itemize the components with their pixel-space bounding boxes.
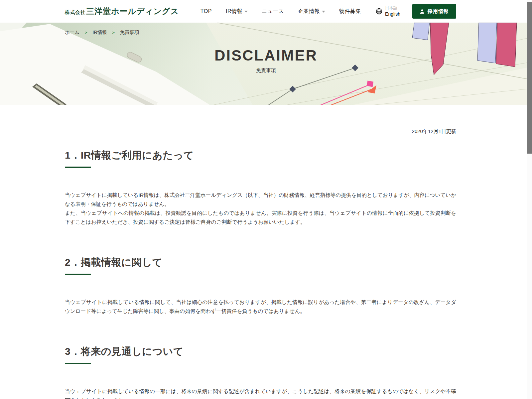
- chevron-down-icon: [244, 11, 248, 13]
- nav-item-property[interactable]: 物件募集: [339, 8, 361, 15]
- hero-banner: ホーム ＞ IR情報 ＞ 免責事項 DISCLAIMER 免責事項: [0, 23, 532, 105]
- section-2-heading: 2．掲載情報に関して: [65, 255, 456, 270]
- language-switcher[interactable]: 日本語 English: [376, 5, 400, 17]
- section-future-outlook: 3．将来の見通しについて 当ウェブサイトに掲載している情報の一部には、将来の業績…: [65, 344, 456, 399]
- section-ir-usage: 1．IR情報ご利用にあたって 当ウェブサイトに掲載しているIR情報は、株式会社三…: [65, 148, 456, 226]
- site-header: 株式会社 三洋堂ホールディングス TOP IR情報 ニュース 企業情報 物件募集…: [0, 0, 532, 23]
- nav-item-news[interactable]: ニュース: [262, 8, 284, 15]
- person-icon: [420, 9, 425, 14]
- section-3-body: 当ウェブサイトに掲載している情報の一部には、将来の業績に関する記述が含まれていま…: [65, 387, 456, 399]
- recruit-button[interactable]: 採用情報: [412, 4, 456, 19]
- logo-prefix: 株式会社: [65, 9, 85, 16]
- scrollbar[interactable]: [527, 0, 532, 399]
- section-1-heading: 1．IR情報ご利用にあたって: [65, 148, 456, 163]
- main-nav: TOP IR情報 ニュース 企業情報 物件募集: [200, 8, 361, 15]
- nav-property-label: 物件募集: [339, 8, 361, 15]
- nav-ir-label: IR情報: [226, 8, 242, 15]
- section-underline: [65, 274, 91, 275]
- nav-item-ir[interactable]: IR情報: [226, 8, 248, 15]
- section-1-body: 当ウェブサイトに掲載しているIR情報は、株式会社三洋堂ホールディングス（以下、当…: [65, 191, 456, 226]
- header-right: TOP IR情報 ニュース 企業情報 物件募集 日本語 English: [200, 4, 456, 19]
- scrollbar-thumb[interactable]: [527, 2, 532, 154]
- hero-titles: DISCLAIMER 免責事項: [0, 23, 532, 74]
- page-root: 株式会社 三洋堂ホールディングス TOP IR情報 ニュース 企業情報 物件募集…: [0, 0, 532, 399]
- section-2-body: 当ウェブサイトに掲載している情報に関して、当社は細心の注意を払っておりますが、掲…: [65, 298, 456, 316]
- updated-date: 2020年12月1日更新: [65, 128, 456, 135]
- chevron-down-icon: [322, 11, 325, 13]
- section-underline: [65, 363, 91, 364]
- logo-name: 三洋堂ホールディングス: [86, 6, 179, 17]
- page-title: DISCLAIMER: [0, 48, 532, 63]
- lang-japanese[interactable]: 日本語: [385, 5, 400, 11]
- nav-item-company[interactable]: 企業情報: [298, 8, 325, 15]
- nav-item-top[interactable]: TOP: [200, 8, 212, 14]
- nav-news-label: ニュース: [262, 8, 284, 15]
- site-logo[interactable]: 株式会社 三洋堂ホールディングス: [65, 6, 179, 17]
- lang-english[interactable]: English: [385, 11, 400, 17]
- nav-company-label: 企業情報: [298, 8, 320, 15]
- globe-icon: [376, 8, 382, 15]
- section-3-heading: 3．将来の見通しについて: [65, 344, 456, 359]
- nav-top-label: TOP: [200, 8, 212, 14]
- recruit-button-label: 採用情報: [428, 8, 449, 15]
- section-underline: [65, 167, 91, 168]
- page-subtitle: 免責事項: [0, 67, 532, 74]
- section-posted-info: 2．掲載情報に関して 当ウェブサイトに掲載している情報に関して、当社は細心の注意…: [65, 255, 456, 316]
- main-content: 2020年12月1日更新 1．IR情報ご利用にあたって 当ウェブサイトに掲載して…: [0, 105, 532, 399]
